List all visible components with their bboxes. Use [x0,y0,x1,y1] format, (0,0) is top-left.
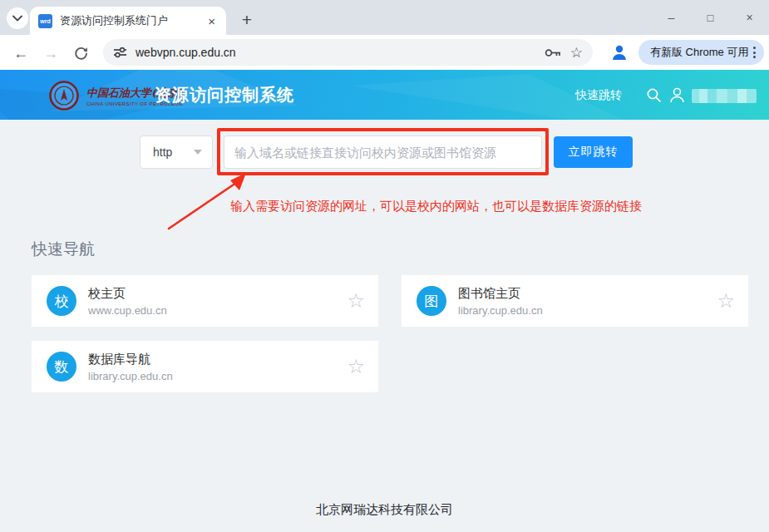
annotation-text: 输入需要访问资源的网址，可以是校内的网站，也可以是数据库资源的链接 [230,199,642,214]
library-badge-icon: 图 [417,286,446,316]
window-controls: – □ × [652,0,769,35]
user-icon[interactable] [668,86,686,104]
username-redacted[interactable] [692,89,757,103]
main-content: http 立即跳转 输入需要访问资源的网址，可以是校内的网站，也可以是数据库资源… [0,120,769,532]
tab-title: 资源访问控制系统门户 [60,13,205,28]
forward-button[interactable]: → [40,42,62,64]
update-chip-label: 有新版 Chrome 可用 [650,45,748,60]
quick-nav-heading: 快速导航 [32,239,95,260]
chevron-down-icon [12,15,22,22]
footer-company: 北京网瑞达科技有限公司 [0,502,769,518]
protocol-value: http [153,145,194,159]
menu-kebab-icon[interactable] [753,47,756,58]
bookmark-star-icon[interactable]: ☆ [570,44,583,62]
tab-strip: wrd 资源访问控制系统门户 × + – □ × [0,0,769,35]
page-title: 资源访问控制系统 [155,84,294,106]
card-title: 校主页 [88,286,347,302]
tune-icon[interactable] [113,47,127,58]
jump-button[interactable]: 立即跳转 [554,136,633,168]
tab-close-icon[interactable]: × [205,14,218,28]
card-title: 图书馆主页 [458,286,717,302]
card-url: www.cup.edu.cn [88,304,347,317]
active-tab[interactable]: wrd 资源访问控制系统门户 × [30,7,226,35]
browser-window: wrd 资源访问控制系统门户 × + – □ × ← → w [0,0,769,532]
tab-search-button[interactable] [7,7,28,29]
card-title: 数据库导航 [88,352,347,367]
nav-card-database-nav[interactable]: 数 数据库导航 library.cup.edu.cn ☆ [32,341,378,392]
favorite-star-icon[interactable]: ☆ [347,357,365,377]
favorite-star-icon[interactable]: ☆ [347,291,365,311]
back-button[interactable]: ← [10,42,32,64]
search-icon[interactable] [646,87,662,103]
quick-jump-link[interactable]: 快速跳转 [575,88,622,103]
card-url: library.cup.edu.cn [88,370,347,382]
favorite-star-icon[interactable]: ☆ [717,291,735,311]
caret-down-icon [194,150,202,155]
resource-url-input[interactable] [224,135,542,169]
refresh-icon [74,47,88,61]
close-button[interactable]: × [730,0,769,35]
portal-header: 中国石油大学(北京) CHINA UNIVERSITY OF PETROLEUM… [0,70,769,120]
school-badge-icon: 校 [47,286,76,316]
refresh-button[interactable] [70,42,91,64]
profile-icon[interactable] [609,42,629,62]
minimize-button[interactable]: – [652,0,691,35]
browser-toolbar: ← → webvpn.cup.edu.cn [0,35,769,70]
url-text[interactable]: webvpn.cup.edu.cn [136,46,536,59]
protocol-select[interactable]: http [140,135,213,169]
database-badge-icon: 数 [47,352,76,382]
address-bar[interactable]: webvpn.cup.edu.cn ☆ [103,39,593,66]
maximize-button[interactable]: □ [691,0,730,35]
new-tab-button[interactable]: + [235,8,259,32]
password-key-icon[interactable] [545,47,562,58]
nav-card-library-home[interactable]: 图 图书馆主页 library.cup.edu.cn ☆ [402,275,748,327]
university-seal-icon [48,80,80,111]
nav-card-school-home[interactable]: 校 校主页 www.cup.edu.cn ☆ [32,275,378,327]
card-url: library.cup.edu.cn [458,304,717,317]
site-favicon: wrd [38,14,52,28]
chrome-update-chip[interactable]: 有新版 Chrome 可用 [638,40,764,65]
